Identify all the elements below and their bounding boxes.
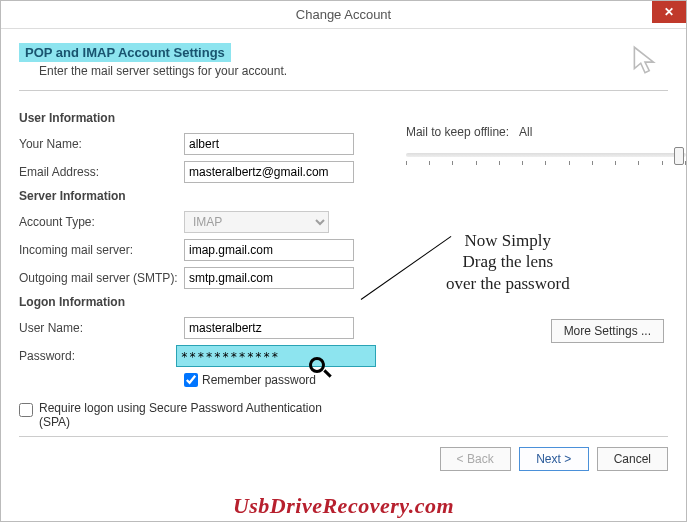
header-subtitle: Enter the mail server settings for your … (39, 64, 287, 78)
section-server-info: Server Information (19, 189, 376, 203)
section-logon-info: Logon Information (19, 295, 376, 309)
watermark: UsbDriveRecovery.com (1, 493, 686, 519)
next-button[interactable]: Next > (519, 447, 589, 471)
label-username: User Name: (19, 321, 184, 335)
header-row: POP and IMAP Account Settings Enter the … (19, 43, 668, 91)
label-password: Password: (19, 349, 176, 363)
nav-row: < Back Next > Cancel (19, 447, 668, 471)
input-password[interactable] (176, 345, 376, 367)
label-mail-keep: Mail to keep offline: (406, 125, 509, 139)
input-incoming[interactable] (184, 239, 354, 261)
input-outgoing[interactable] (184, 267, 354, 289)
row-account-type: Account Type: IMAP (19, 211, 376, 233)
section-user-info: User Information (19, 111, 376, 125)
row-spa: Require logon using Secure Password Auth… (19, 401, 376, 429)
label-remember: Remember password (202, 373, 316, 387)
label-account-type: Account Type: (19, 215, 184, 229)
dialog-content: POP and IMAP Account Settings Enter the … (1, 29, 686, 439)
slider-ticks (406, 161, 686, 165)
label-your-name: Your Name: (19, 137, 184, 151)
label-incoming: Incoming mail server: (19, 243, 184, 257)
row-remember: Remember password (184, 373, 376, 387)
label-outgoing: Outgoing mail server (SMTP): (19, 271, 184, 285)
more-settings-button[interactable]: More Settings ... (551, 319, 664, 343)
slider-thumb[interactable] (674, 147, 684, 165)
label-email: Email Address: (19, 165, 184, 179)
cancel-button[interactable]: Cancel (597, 447, 668, 471)
row-password: Password: (19, 345, 376, 367)
input-your-name[interactable] (184, 133, 354, 155)
row-outgoing: Outgoing mail server (SMTP): (19, 267, 376, 289)
back-button: < Back (440, 447, 511, 471)
checkbox-remember[interactable] (184, 373, 198, 387)
titlebar: Change Account ✕ (1, 1, 686, 29)
window-title: Change Account (296, 7, 391, 22)
input-email[interactable] (184, 161, 354, 183)
value-mail-keep: All (519, 125, 532, 139)
row-username: User Name: (19, 317, 376, 339)
label-spa: Require logon using Secure Password Auth… (39, 401, 339, 429)
close-icon: ✕ (664, 5, 674, 19)
header-title: POP and IMAP Account Settings (19, 43, 231, 62)
checkbox-spa[interactable] (19, 403, 33, 417)
select-account-type: IMAP (184, 211, 329, 233)
row-incoming: Incoming mail server: (19, 239, 376, 261)
mail-keep-slider[interactable] (406, 153, 686, 157)
input-username[interactable] (184, 317, 354, 339)
main-area: User Information Your Name: Email Addres… (19, 91, 668, 429)
row-your-name: Your Name: (19, 133, 376, 155)
row-email: Email Address: (19, 161, 376, 183)
form-column: User Information Your Name: Email Addres… (19, 105, 376, 429)
close-button[interactable]: ✕ (652, 1, 686, 23)
cursor-arrow-icon (628, 43, 662, 77)
footer-divider (19, 436, 668, 437)
annotation-text: Now Simply Drag the lens over the passwo… (446, 230, 570, 294)
mail-keep-row: Mail to keep offline: All (406, 125, 686, 139)
footer: < Back Next > Cancel (1, 436, 686, 471)
right-column: Mail to keep offline: All Now Simply Dra… (406, 105, 686, 429)
